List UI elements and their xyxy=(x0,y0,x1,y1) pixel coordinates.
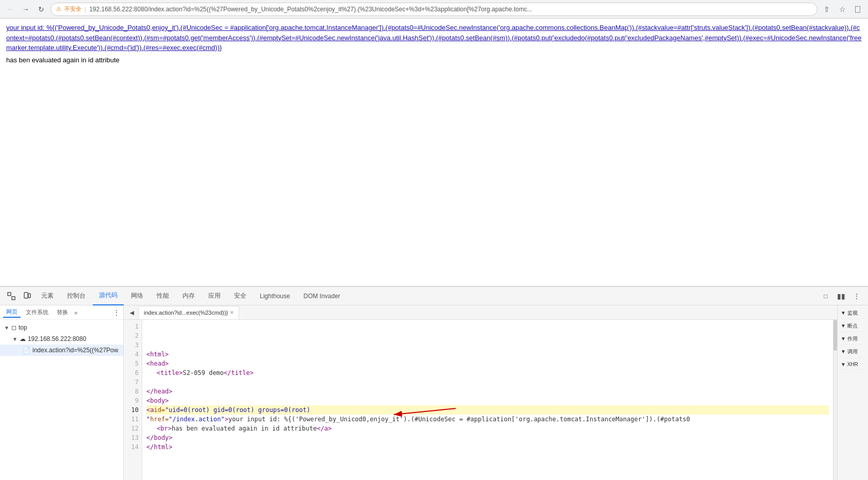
tree-item-top[interactable]: ▼ ◻ top xyxy=(0,322,123,333)
code-line-2 xyxy=(146,331,829,340)
file-panel-toolbar: 网页 文件系统 替换 » ⋮ xyxy=(0,305,123,320)
line-num-8: 8 xyxy=(124,387,139,396)
file-tab-overrides[interactable]: 替换 xyxy=(54,307,71,317)
source-tab-toggle[interactable]: ◄ xyxy=(126,306,138,319)
page-content: your input id: %{('Powered_by_Unicode_Po… xyxy=(0,19,868,286)
file-panel-more[interactable]: » xyxy=(74,310,77,316)
right-panel-breakpoints[interactable]: ▼ 断点 xyxy=(840,320,866,332)
tab-memory[interactable]: 内存 xyxy=(176,287,201,305)
tab-console[interactable]: 控制台 xyxy=(61,287,92,305)
line-num-11: 11 xyxy=(124,415,139,424)
right-panel-xhr[interactable]: ▼ XHR xyxy=(840,359,866,370)
line-num-13: 13 xyxy=(124,433,139,442)
tab-lighthouse[interactable]: Lighthouse xyxy=(254,287,296,305)
code-area: 1 2 3 4 5 6 7 8 9 10 11 12 13 14 xyxy=(124,320,837,480)
code-line-13: </body> xyxy=(146,433,829,442)
separator: | xyxy=(85,6,86,13)
code-attr-href: href= xyxy=(150,415,169,424)
code-tag-br: <br> xyxy=(157,424,172,433)
tab-application[interactable]: 应用 xyxy=(202,287,227,305)
source-panel: ◄ index.action?id...exec(%23cmd))} × 1 2… xyxy=(124,305,837,480)
url-text: 192.168.56.222:8080/index.action?id=%25(… xyxy=(89,6,812,13)
right-panel-call[interactable]: ▼ 调用 xyxy=(840,346,866,358)
device-toggle-button[interactable] xyxy=(20,289,34,303)
right-panel-scope[interactable]: ▼ 作用 xyxy=(840,333,866,345)
code-value-href-val: "/index.action" xyxy=(169,415,224,424)
right-panel-breakpoints-label[interactable]: ▼ 断点 xyxy=(841,323,858,329)
forward-button[interactable]: → xyxy=(20,3,32,15)
source-tab-close[interactable]: × xyxy=(230,309,233,316)
code-line-4: <html> xyxy=(146,350,829,359)
tab-performance[interactable]: 性能 xyxy=(151,287,175,305)
tab-network[interactable]: 网络 xyxy=(125,287,149,305)
code-line-7 xyxy=(146,378,829,387)
line-num-1: 1 xyxy=(124,322,139,331)
more-button[interactable]: ⋮ xyxy=(849,289,864,303)
back-button[interactable]: ← xyxy=(4,3,16,15)
code-tag-title-close: </title> xyxy=(224,368,254,378)
line-num-4: 4 xyxy=(124,350,139,359)
code-tag-head-open: <head> xyxy=(146,359,169,368)
line-num-10: 10 xyxy=(124,405,139,415)
code-line-11: " href= "/index.action" > your input id:… xyxy=(146,415,829,424)
code-lines[interactable]: <html> <head> <title> S2-059 demo </titl… xyxy=(142,320,833,480)
right-panel-call-label[interactable]: ▼ 调用 xyxy=(841,349,858,354)
file-tree: ▼ ◻ top ▼ ☁ 192.168.56.222:8080 📄 index.… xyxy=(0,320,123,480)
code-tag-body-close: </body> xyxy=(146,433,173,442)
dock-button[interactable]: □ xyxy=(819,289,833,303)
source-tab-bar: ◄ index.action?id...exec(%23cmd))} × xyxy=(124,305,837,320)
tree-label-file: index.action?id=%25((%27Pow xyxy=(32,347,118,354)
line-num-2: 2 xyxy=(124,331,139,340)
plain-text: has ben evaluated again in id attribute xyxy=(6,55,862,65)
code-tag-html-close: </html> xyxy=(146,442,173,452)
line-num-3: 3 xyxy=(124,340,139,350)
right-panel-watch-label[interactable]: ▼ 监视 xyxy=(841,310,858,316)
reload-button[interactable]: ↻ xyxy=(35,3,47,15)
right-panel: ▼ 监视 ▼ 断点 ▼ 作用 ▼ 调用 ▼ XHR xyxy=(837,305,868,480)
file-panel: 网页 文件系统 替换 » ⋮ ▼ ◻ top ▼ ☁ 192.168.56.22… xyxy=(0,305,124,480)
code-line-8: </head> xyxy=(146,387,829,396)
tree-icon-top: ◻ xyxy=(11,324,16,331)
code-text-title: S2-059 demo xyxy=(183,368,224,378)
file-tab-webpage[interactable]: 网页 xyxy=(3,307,21,318)
inspect-element-button[interactable] xyxy=(4,289,19,303)
tab-sources[interactable]: 源代码 xyxy=(93,287,124,305)
scrollbar-track[interactable] xyxy=(833,320,837,480)
tree-arrow-host: ▼ xyxy=(12,336,18,342)
source-tab-label: index.action?id...exec(%23cmd))} xyxy=(144,310,228,316)
line-num-14: 14 xyxy=(124,442,139,452)
svg-rect-3 xyxy=(28,294,30,298)
tab-security[interactable]: 安全 xyxy=(228,287,253,305)
line-num-12: 12 xyxy=(124,424,139,433)
address-bar[interactable]: ⚠ 不安全 | 192.168.56.222:8080/index.action… xyxy=(51,3,817,16)
file-tab-filesystem[interactable]: 文件系统 xyxy=(23,307,52,317)
tree-item-host[interactable]: ▼ ☁ 192.168.56.222:8080 xyxy=(0,333,123,345)
scrollbar-thumb[interactable] xyxy=(833,320,837,351)
line-num-5: 5 xyxy=(124,359,139,368)
code-tag-title: <title> xyxy=(157,368,183,378)
lock-icon: ⚠ xyxy=(56,6,61,12)
tab-elements[interactable]: 元素 xyxy=(35,287,60,305)
page-link[interactable]: your input id: %{('Powered_by_Unicode_Po… xyxy=(6,23,862,53)
code-text-your-input: your input id: %{('Powered_by_Unicod0,en… xyxy=(228,415,690,424)
code-attr-id: id= xyxy=(154,405,165,415)
file-panel-menu[interactable]: ⋮ xyxy=(113,308,120,317)
link-text: your input id: %{('Powered_by_Unicode_Po… xyxy=(6,24,861,52)
tree-item-file[interactable]: 📄 index.action?id=%25((%27Pow xyxy=(0,345,123,356)
source-tab-active[interactable]: index.action?id...exec(%23cmd))} × xyxy=(138,306,239,319)
right-panel-scope-label[interactable]: ▼ 作用 xyxy=(841,336,858,341)
right-panel-xhr-label[interactable]: ▼ XHR xyxy=(841,362,858,367)
code-value-href: " xyxy=(146,415,150,424)
tree-arrow-top: ▼ xyxy=(4,325,9,331)
share-button[interactable]: ⇧ xyxy=(821,3,833,15)
code-tag-html-open: <html> xyxy=(146,350,169,359)
right-panel-watch[interactable]: ▼ 监视 xyxy=(840,307,866,319)
tab-dom-invader[interactable]: DOM Invader xyxy=(297,287,346,305)
code-line-3 xyxy=(146,340,829,350)
pause-button[interactable]: ▮▮ xyxy=(834,289,848,303)
svg-rect-1 xyxy=(12,297,15,300)
bookmark-button[interactable]: ☆ xyxy=(836,3,848,15)
code-tag-a: <a xyxy=(146,405,154,415)
tree-label-top: top xyxy=(19,324,27,331)
profile-button[interactable]: ⎕ xyxy=(852,3,864,15)
